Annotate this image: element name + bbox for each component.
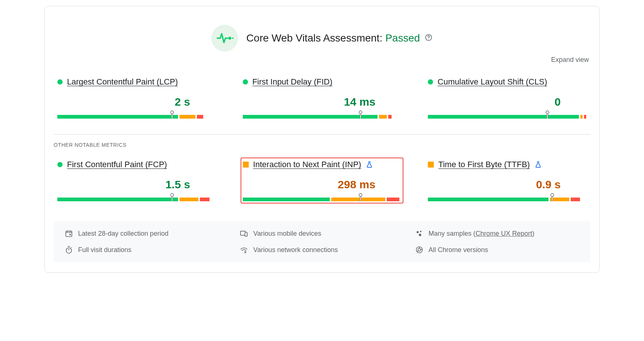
footer-network: Various network connections <box>240 246 404 254</box>
footer-text: Many samples (Chrome UX Report) <box>429 230 534 238</box>
gauge-segment-green <box>243 115 378 119</box>
status-indicator-good <box>428 79 433 85</box>
metric-name: First Input Delay (FID) <box>252 77 332 87</box>
svg-point-12 <box>359 193 362 196</box>
title-prefix: Core Web Vitals Assessment: <box>246 32 382 44</box>
svg-point-6 <box>359 111 362 114</box>
metric-name: Interaction to Next Paint (INP) <box>253 160 361 169</box>
footer-versions: All Chrome versions <box>415 246 579 254</box>
core-web-vitals-card: Core Web Vitals Assessment: Passed Expan… <box>44 6 600 273</box>
metric-ttfb[interactable]: Time to First Byte (TTFB) 0.9 s <box>426 158 589 203</box>
gauge-marker <box>170 193 173 201</box>
devices-icon <box>240 229 248 238</box>
svg-point-0 <box>228 37 231 40</box>
gauge-segment-green <box>57 115 178 119</box>
svg-point-20 <box>416 231 419 234</box>
metric-inp[interactable]: Interaction to Next Paint (INP) 298 ms <box>241 158 404 203</box>
svg-point-4 <box>171 111 174 114</box>
footer-samples: Many samples (Chrome UX Report) <box>415 229 579 238</box>
assessment-status: Passed <box>385 32 420 44</box>
gauge-segment-green <box>243 198 330 201</box>
metric-lcp[interactable]: Largest Contentful Paint (LCP) 2 s <box>55 75 218 121</box>
metric-name: Cumulative Layout Shift (CLS) <box>437 77 547 87</box>
gauge-segment-orange <box>180 115 195 119</box>
svg-rect-11 <box>171 196 172 201</box>
expand-view-link[interactable]: Expand view <box>551 56 589 64</box>
metric-name: Largest Contentful Paint (LCP) <box>67 77 178 87</box>
chrome-icon <box>415 246 423 254</box>
distribution-gauge <box>428 110 587 119</box>
gauge-segment-red <box>388 115 392 119</box>
svg-rect-16 <box>66 231 72 237</box>
svg-rect-9 <box>547 114 548 119</box>
metric-fcp[interactable]: First Contentful Paint (FCP) 1.5 s <box>55 158 218 203</box>
gauge-segment-green <box>428 198 549 201</box>
distribution-gauge <box>243 193 402 201</box>
metric-value: 298 ms <box>338 178 376 191</box>
gauge-marker <box>550 193 553 201</box>
crux-report-link[interactable]: Chrome UX Report <box>476 230 532 237</box>
gauge-marker <box>359 193 362 201</box>
status-indicator-avg <box>243 162 249 168</box>
status-indicator-good <box>57 79 63 85</box>
other-metrics-label: OTHER NOTABLE METRICS <box>54 142 590 158</box>
distribution-gauge <box>57 110 216 119</box>
svg-rect-5 <box>171 114 172 119</box>
footer-text: Various network connections <box>253 246 338 254</box>
gauge-segment-red <box>197 115 203 119</box>
svg-rect-17 <box>70 234 71 235</box>
footer-text: Various mobile devices <box>253 230 321 238</box>
flask-icon <box>534 161 542 168</box>
metric-value: 0.9 s <box>536 178 561 191</box>
svg-rect-15 <box>551 196 553 201</box>
gauge-segment-green <box>57 198 178 201</box>
gauge-segment-red <box>584 115 586 119</box>
other-metrics-row: First Contentful Paint (FCP) 1.5 s Inter… <box>54 158 590 217</box>
gauge-segment-red <box>387 198 399 201</box>
metric-value: 14 ms <box>344 96 375 108</box>
status-indicator-good <box>243 79 248 85</box>
help-icon[interactable] <box>425 33 433 42</box>
svg-point-21 <box>420 231 421 232</box>
assessment-title: Core Web Vitals Assessment: Passed <box>246 32 432 44</box>
distribution-gauge <box>57 193 216 201</box>
metric-cls[interactable]: Cumulative Layout Shift (CLS) 0 <box>426 75 589 121</box>
svg-rect-13 <box>360 196 361 201</box>
vitals-pulse-icon <box>211 25 238 52</box>
gauge-marker <box>170 110 173 119</box>
data-source-footer: Latest 28-day collection period Various … <box>54 221 590 262</box>
expand-row: Expand view <box>54 55 590 75</box>
svg-point-22 <box>419 234 421 236</box>
gauge-segment-green <box>428 115 578 119</box>
svg-rect-7 <box>360 114 361 119</box>
metric-value: 2 s <box>175 96 190 108</box>
gauge-marker <box>546 110 549 119</box>
svg-point-23 <box>66 248 72 254</box>
flask-icon <box>366 161 373 168</box>
stopwatch-icon <box>65 246 73 254</box>
svg-point-10 <box>171 193 174 196</box>
footer-text: Latest 28-day collection period <box>78 230 168 238</box>
svg-point-8 <box>546 111 549 114</box>
status-indicator-avg <box>428 162 434 168</box>
calendar-icon <box>65 229 73 238</box>
section-separator <box>54 134 590 135</box>
footer-text: All Chrome versions <box>429 246 488 254</box>
metric-fid[interactable]: First Input Delay (FID) 14 ms <box>241 75 404 121</box>
gauge-segment-orange <box>580 115 583 119</box>
header: Core Web Vitals Assessment: Passed <box>54 14 590 55</box>
footer-devices: Various mobile devices <box>240 229 404 238</box>
gauge-segment-red <box>571 198 580 201</box>
gauge-segment-orange <box>379 115 387 119</box>
scatter-icon <box>415 229 423 238</box>
footer-collection-period: Latest 28-day collection period <box>65 229 229 238</box>
svg-rect-19 <box>245 232 247 236</box>
gauge-segment-orange <box>180 198 198 201</box>
core-metrics-row: Largest Contentful Paint (LCP) 2 s First… <box>54 75 590 134</box>
metric-name: First Contentful Paint (FCP) <box>67 160 167 169</box>
footer-text: Full visit durations <box>78 246 131 254</box>
metric-value: 1.5 s <box>165 178 190 191</box>
gauge-marker <box>359 110 362 119</box>
svg-rect-1 <box>232 38 234 39</box>
status-indicator-good <box>57 162 63 167</box>
